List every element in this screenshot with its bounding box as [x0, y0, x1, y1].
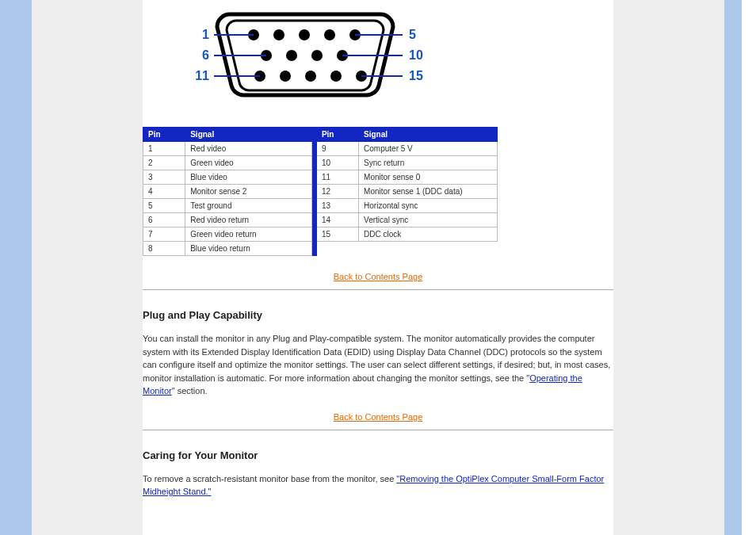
- divider: [143, 289, 613, 290]
- table-row: 4 Monitor sense 2 12 Monitor sense 1 (DD…: [143, 185, 498, 199]
- svg-point-3: [324, 29, 335, 40]
- scrollbar-gutter[interactable]: [742, 0, 756, 535]
- document-paper: 1 6 11 5 10 15 Pin Signal Pin Signal: [32, 0, 724, 535]
- table-row: 6 Red video return 14 Vertical sync: [143, 213, 498, 227]
- back-to-contents-link[interactable]: Back to Contents Page: [334, 272, 423, 281]
- pin-label-5: 5: [409, 28, 416, 41]
- pin-label-11: 11: [195, 69, 209, 82]
- section-title-plug-and-play: Plug and Play Capability: [143, 309, 613, 321]
- table-row: 3 Blue video 11 Monitor sense 0: [143, 170, 498, 185]
- svg-point-7: [311, 50, 323, 61]
- divider: [143, 430, 613, 430]
- col-pin: Pin: [143, 128, 185, 142]
- svg-point-12: [305, 71, 316, 82]
- right-margin: [613, 0, 724, 535]
- connector-diagram: 1 6 11 5 10 15: [190, 8, 396, 103]
- page: 1 6 11 5 10 15 Pin Signal Pin Signal: [0, 0, 756, 535]
- content-column: 1 6 11 5 10 15 Pin Signal Pin Signal: [143, 0, 613, 535]
- back-to-contents-link[interactable]: Back to Contents Page: [334, 412, 423, 422]
- pin-assignment-table: Pin Signal Pin Signal 1 Red video 9 Comp…: [143, 127, 498, 256]
- svg-point-13: [330, 71, 342, 82]
- table-row: 5 Test ground 13 Horizontal sync: [143, 199, 498, 213]
- table-row: 8 Blue video return: [143, 242, 498, 256]
- svg-point-1: [273, 29, 284, 40]
- pin-label-1: 1: [202, 28, 209, 41]
- table-row: 7 Green video return 15 DDC clock: [143, 227, 498, 242]
- pin-label-6: 6: [202, 48, 209, 62]
- pin-label-10: 10: [409, 48, 423, 62]
- table-row: 2 Green video 10 Sync return: [143, 156, 498, 170]
- back-to-contents: Back to Contents Page: [143, 412, 613, 422]
- pin-assignment-table-wrap: Pin Signal Pin Signal 1 Red video 9 Comp…: [143, 127, 613, 256]
- table-row: 1 Red video 9 Computer 5 V: [143, 142, 498, 156]
- left-margin: [32, 0, 143, 535]
- pin-label-15: 15: [409, 69, 423, 82]
- vga-connector-icon: 1 6 11 5 10 15: [190, 8, 444, 103]
- svg-point-11: [280, 71, 291, 82]
- caring-paragraph: To remove a scratch-resistant monitor ba…: [143, 472, 613, 499]
- section-title-caring: Caring for Your Monitor: [143, 449, 613, 461]
- table-header-row: Pin Signal Pin Signal: [143, 128, 498, 142]
- col-pin2: Pin: [316, 128, 358, 142]
- svg-point-2: [299, 29, 310, 40]
- col-signal: Signal: [185, 128, 312, 142]
- plug-and-play-paragraph: You can install the monitor in any Plug …: [143, 332, 613, 398]
- col-signal2: Signal: [359, 128, 498, 142]
- svg-point-6: [286, 50, 297, 61]
- back-to-contents: Back to Contents Page: [143, 272, 613, 281]
